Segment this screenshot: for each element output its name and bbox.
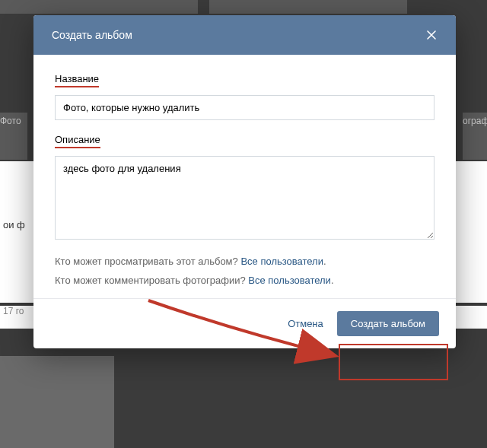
bg-thumb bbox=[0, 356, 114, 448]
privacy-view-link[interactable]: Все пользователи bbox=[240, 256, 323, 267]
name-field-block: Название bbox=[55, 73, 434, 120]
description-field-block: Описание здесь фото для удаления bbox=[55, 134, 434, 242]
create-album-modal: Создать альбом Название Описание здесь ф… bbox=[33, 15, 456, 348]
create-album-button[interactable]: Создать альбом bbox=[337, 311, 439, 336]
bg-text: ои ф bbox=[3, 219, 25, 230]
modal-footer: Отмена Создать альбом bbox=[33, 298, 456, 348]
bg-thumb bbox=[0, 0, 198, 14]
description-label: Описание bbox=[55, 134, 100, 148]
album-description-input[interactable]: здесь фото для удаления bbox=[55, 156, 434, 240]
cancel-button[interactable]: Отмена bbox=[288, 318, 323, 329]
privacy-comment-question: Кто может комментировать фотографии? bbox=[55, 275, 248, 286]
modal-header: Создать альбом bbox=[33, 15, 456, 55]
bg-label: ограф bbox=[463, 113, 487, 160]
close-icon[interactable] bbox=[425, 29, 438, 41]
bg-label: Фото bbox=[0, 113, 27, 160]
privacy-view-line: Кто может просматривать этот альбом? Все… bbox=[55, 256, 434, 267]
privacy-comment-link[interactable]: Все пользователи bbox=[248, 275, 331, 286]
modal-body: Название Описание здесь фото для удалени… bbox=[33, 55, 456, 298]
name-label: Название bbox=[55, 73, 99, 87]
bg-thumb bbox=[209, 0, 407, 14]
privacy-comment-line: Кто может комментировать фотографии? Все… bbox=[55, 275, 434, 286]
album-name-input[interactable] bbox=[55, 95, 434, 120]
modal-title: Создать альбом bbox=[52, 29, 132, 41]
privacy-view-question: Кто может просматривать этот альбом? bbox=[55, 256, 240, 267]
